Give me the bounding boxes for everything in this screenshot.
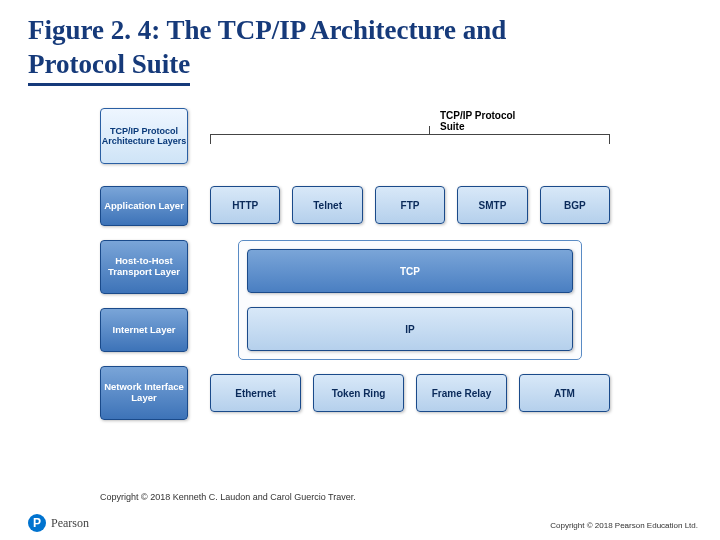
image-copyright: Copyright © 2018 Kenneth C. Laudon and C… xyxy=(100,492,356,502)
layer-network-interface: Network Interface Layer xyxy=(100,366,188,420)
pearson-brand-text: Pearson xyxy=(51,516,89,531)
footer-copyright: Copyright © 2018 Pearson Education Ltd. xyxy=(550,521,698,530)
proto-tcp: TCP xyxy=(247,249,573,293)
row-network: Ethernet Token Ring Frame Relay ATM xyxy=(210,374,610,412)
proto-atm: ATM xyxy=(519,374,610,412)
proto-ip: IP xyxy=(247,307,573,351)
title-line-2: Protocol Suite xyxy=(28,48,190,85)
proto-http: HTTP xyxy=(210,186,280,224)
tcpip-diagram: TCP/IP Protocol Architecture Layers Appl… xyxy=(100,108,610,468)
row-application: HTTP Telnet FTP SMTP BGP xyxy=(210,186,610,224)
proto-frame-relay: Frame Relay xyxy=(416,374,507,412)
layer-internet: Internet Layer xyxy=(100,308,188,352)
proto-bgp: BGP xyxy=(540,186,610,224)
pearson-badge-icon: P xyxy=(28,514,46,532)
proto-smtp: SMTP xyxy=(457,186,527,224)
slide-title: Figure 2. 4: The TCP/IP Architecture and… xyxy=(28,14,692,86)
layers-header-box: TCP/IP Protocol Architecture Layers xyxy=(100,108,188,164)
proto-telnet: Telnet xyxy=(292,186,362,224)
pearson-logo: P Pearson xyxy=(28,514,89,532)
layer-application: Application Layer xyxy=(100,186,188,226)
tcp-ip-group: TCP IP xyxy=(238,240,582,360)
proto-ftp: FTP xyxy=(375,186,445,224)
suite-bracket xyxy=(210,120,610,138)
title-line-1: Figure 2. 4: The TCP/IP Architecture and xyxy=(28,15,506,45)
proto-token-ring: Token Ring xyxy=(313,374,404,412)
layer-transport: Host-to-Host Transport Layer xyxy=(100,240,188,294)
proto-ethernet: Ethernet xyxy=(210,374,301,412)
